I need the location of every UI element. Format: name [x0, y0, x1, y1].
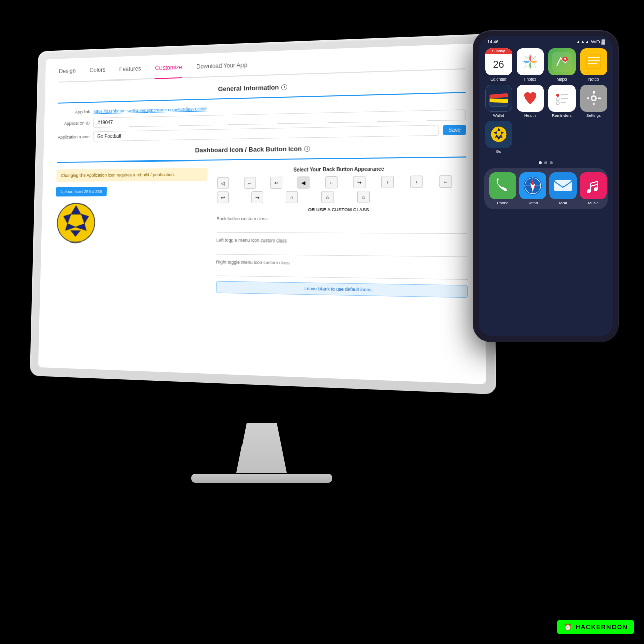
save-button[interactable]: Save	[443, 125, 466, 135]
app-settings[interactable]: Settings	[579, 85, 608, 118]
health-label: Health	[524, 113, 536, 118]
right-col: Select Your Back Button Appearance ◁ ← ↩…	[216, 165, 468, 298]
iphone-body: 14:46 ▲▲▲ WiFi ▓ Sunday 26	[473, 30, 619, 342]
back-btn-input[interactable]	[216, 224, 467, 234]
arrow-btn-7[interactable]: ‹	[381, 176, 394, 188]
arrow-grid-row1: ◁ ← ↩ ◀ ← ↪ ‹ ‹ ←	[217, 175, 467, 189]
dot-3	[550, 161, 553, 164]
tab-design[interactable]: Design	[59, 68, 76, 78]
tab-download[interactable]: Download Your App	[196, 62, 247, 73]
arrow-btn-1[interactable]: ◁	[217, 177, 229, 189]
arrow-btn-12[interactable]: ⌂	[286, 191, 298, 203]
monitor-wrapper: Design Colors Features Customize Downloa…	[20, 40, 503, 433]
arrow-btn-6[interactable]: ↪	[353, 176, 366, 188]
dock: Phone	[484, 168, 608, 209]
dock-phone[interactable]: Phone	[489, 172, 516, 205]
svg-rect-55	[554, 180, 572, 191]
hackernoon-badge: ⏰ HACKERNOON	[557, 620, 634, 634]
soccer-ball-svg	[55, 201, 97, 245]
monitor-base	[191, 474, 332, 483]
arrow-btn-3[interactable]: ↩	[271, 177, 283, 189]
tab-customize[interactable]: Customize	[155, 64, 182, 79]
app-name-input[interactable]	[93, 125, 439, 141]
left-toggle-label: Left toggle menu icon custom class	[216, 238, 467, 245]
calendar-icon: Sunday 26	[485, 48, 512, 75]
safari-svg	[519, 172, 546, 199]
svg-rect-26	[561, 94, 568, 95]
info-icon: i	[281, 84, 287, 90]
phone-svg	[489, 172, 516, 199]
dock-safari[interactable]: Safari	[519, 172, 546, 205]
app-reminders[interactable]: Reminders	[547, 85, 576, 118]
dock-mail[interactable]: Mail	[549, 172, 577, 205]
reminders-label: Reminders	[552, 113, 572, 118]
mail-svg	[549, 172, 577, 199]
arrow-btn-8[interactable]: ‹	[410, 176, 423, 188]
left-toggle-field: Left toggle menu icon custom class	[216, 238, 468, 257]
app-maps[interactable]: Maps	[547, 48, 576, 82]
right-toggle-label: Right toggle menu icon custom class	[216, 259, 468, 267]
notes-icon	[580, 48, 607, 75]
svg-point-13	[564, 58, 566, 60]
reminders-icon	[548, 85, 576, 112]
health-svg	[520, 88, 540, 108]
two-col-layout: Changing the Application icon requires a…	[54, 165, 468, 298]
reminders-svg	[552, 88, 572, 108]
signal-icon: ▲▲▲	[576, 39, 590, 44]
hackernoon-icon: ⏰	[564, 623, 572, 631]
dot-1	[539, 161, 542, 164]
app-wallet[interactable]: Wallet	[484, 85, 513, 118]
settings-label: Settings	[586, 113, 601, 118]
right-toggle-field: Right toggle menu icon custom class	[216, 259, 468, 280]
go-icon	[485, 121, 512, 148]
monitor-stand	[236, 423, 287, 473]
iphone-screen: 14:46 ▲▲▲ WiFi ▓ Sunday 26	[479, 36, 613, 336]
music-icon	[580, 172, 607, 199]
health-icon	[517, 85, 544, 112]
svg-rect-35	[593, 103, 594, 105]
svg-rect-37	[598, 98, 601, 99]
app-notes[interactable]: Notes	[579, 48, 608, 82]
app-grid: Sunday 26 Calendar	[479, 45, 613, 157]
arrow-btn-4[interactable]: ◀	[298, 176, 310, 188]
wifi-icon: WiFi	[591, 39, 600, 44]
app-go[interactable]: Go	[484, 121, 513, 154]
app-calendar[interactable]: Sunday 26 Calendar	[484, 48, 513, 82]
icon-info-icon: i	[304, 146, 310, 152]
warning-box: Changing the Application icon requires a…	[56, 168, 207, 182]
mail-icon	[549, 172, 577, 199]
status-bar: 14:46 ▲▲▲ WiFi ▓	[479, 36, 613, 45]
page-dots	[479, 161, 613, 164]
battery-icon: ▓	[601, 39, 605, 44]
phone-label: Phone	[497, 201, 508, 205]
left-col: Changing the Application icon requires a…	[54, 168, 208, 293]
wallet-label: Wallet	[493, 113, 504, 118]
svg-rect-22	[489, 98, 508, 103]
back-btn-title: Select Your Back Button Appearance	[217, 165, 467, 173]
right-toggle-input[interactable]	[216, 267, 468, 280]
arrow-btn-9[interactable]: ←	[439, 175, 452, 188]
svg-point-33	[592, 97, 595, 100]
tab-features[interactable]: Features	[119, 65, 141, 75]
arrow-btn-14[interactable]: ⌂	[357, 191, 370, 203]
svg-rect-34	[593, 91, 594, 94]
app-photos[interactable]: Photos	[516, 48, 544, 82]
upload-button[interactable]: Upload Icon 256 x 256	[56, 187, 107, 197]
arrow-btn-13[interactable]: ⌂	[321, 191, 334, 203]
photos-label: Photos	[524, 77, 536, 82]
safari-icon	[519, 172, 546, 199]
icon-section: Dashboard Icon / Back Button Icon i Chan…	[54, 142, 468, 298]
arrow-btn-11[interactable]: ↪	[251, 191, 263, 203]
arrow-btn-10[interactable]: ↩	[217, 191, 229, 203]
back-btn-label: Back button custom class	[217, 216, 467, 222]
phone-icon	[489, 172, 516, 199]
arrow-btn-5[interactable]: ←	[325, 176, 338, 188]
tab-colors[interactable]: Colors	[90, 66, 106, 76]
arrow-btn-2[interactable]: ←	[244, 177, 256, 189]
dock-music[interactable]: Music	[580, 172, 607, 205]
svg-point-25	[556, 94, 559, 97]
notes-label: Notes	[588, 77, 599, 82]
left-toggle-input[interactable]	[216, 246, 468, 257]
app-health[interactable]: Health	[516, 85, 544, 118]
iphone-wrapper: 14:46 ▲▲▲ WiFi ▓ Sunday 26	[473, 30, 629, 352]
